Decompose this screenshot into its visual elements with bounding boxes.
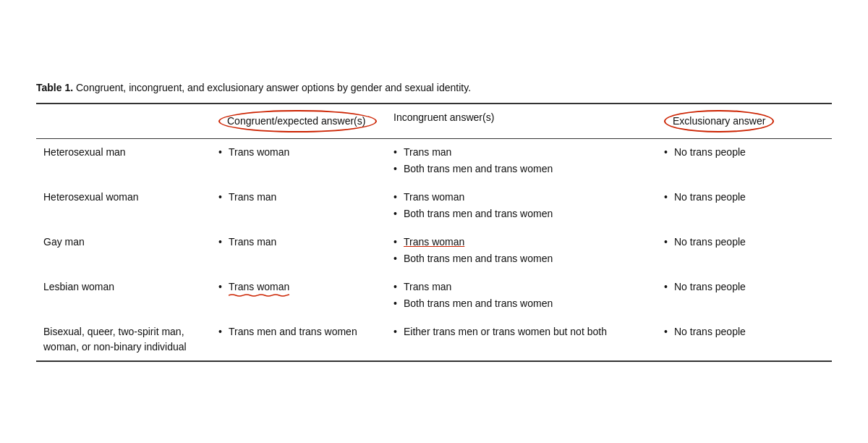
cell-exclusionary: No trans people bbox=[657, 184, 832, 229]
cell-incongruent: Either trans men or trans women but not … bbox=[386, 318, 657, 361]
cell-incongruent: Trans manBoth trans men and trans women bbox=[386, 139, 657, 185]
cell-congruent: Trans man bbox=[211, 184, 386, 229]
table-title: Table 1. Congruent, incongruent, and exc… bbox=[36, 81, 832, 96]
cell-identity: Heterosexual woman bbox=[36, 184, 211, 229]
header-incongruent: Incongruent answer(s) bbox=[386, 104, 657, 139]
list-item: Either trans men or trans women but not … bbox=[393, 324, 650, 339]
list-item: Trans woman bbox=[218, 145, 379, 160]
list-item: No trans people bbox=[664, 279, 825, 295]
list-item: No trans people bbox=[664, 145, 825, 160]
cell-exclusionary: No trans people bbox=[657, 229, 832, 274]
list-item: Trans men and trans women bbox=[218, 324, 379, 339]
cell-congruent: Trans woman bbox=[211, 139, 386, 185]
cell-incongruent: Trans womanBoth trans men and trans wome… bbox=[386, 229, 657, 274]
cell-identity: Lesbian woman bbox=[36, 274, 211, 318]
table-row: Gay manTrans manTrans womanBoth trans me… bbox=[36, 229, 832, 274]
cell-incongruent: Trans manBoth trans men and trans women bbox=[386, 274, 657, 318]
list-item: Trans man bbox=[393, 279, 650, 295]
list-item: Trans woman bbox=[218, 279, 379, 295]
list-item: Both trans men and trans women bbox=[393, 296, 650, 311]
cell-identity: Gay man bbox=[36, 229, 211, 274]
list-item: Trans man bbox=[218, 190, 379, 205]
list-item: Trans woman bbox=[393, 235, 650, 250]
title-text: Congruent, incongruent, and exclusionary… bbox=[73, 82, 471, 93]
list-item: Both trans men and trans women bbox=[393, 251, 650, 266]
header-row: Congruent/expected answer(s) Incongruent… bbox=[36, 104, 832, 139]
header-congruent: Congruent/expected answer(s) bbox=[211, 104, 386, 139]
cell-exclusionary: No trans people bbox=[657, 139, 832, 185]
cell-congruent: Trans men and trans women bbox=[211, 318, 386, 361]
table-container: Table 1. Congruent, incongruent, and exc… bbox=[36, 81, 832, 362]
cell-congruent: Trans man bbox=[211, 229, 386, 274]
title-prefix: Table 1. bbox=[36, 82, 73, 93]
exclusionary-circle-label: Exclusionary answer bbox=[664, 110, 774, 133]
cell-congruent: Trans woman bbox=[211, 274, 386, 318]
cell-exclusionary: No trans people bbox=[657, 318, 832, 361]
list-item: Trans woman bbox=[393, 190, 650, 205]
table-row: Heterosexual manTrans womanTrans manBoth… bbox=[36, 139, 832, 185]
table-row: Lesbian womanTrans womanTrans manBoth tr… bbox=[36, 274, 832, 318]
header-exclusionary: Exclusionary answer bbox=[657, 104, 832, 139]
list-item: No trans people bbox=[664, 235, 825, 250]
header-identity bbox=[36, 104, 211, 139]
list-item: Trans man bbox=[393, 145, 650, 160]
cell-identity: Bisexual, queer, two-spirit man, woman, … bbox=[36, 318, 211, 361]
squiggle-text: Trans woman bbox=[229, 279, 289, 295]
cell-incongruent: Trans womanBoth trans men and trans wome… bbox=[386, 184, 657, 229]
list-item: No trans people bbox=[664, 324, 825, 339]
cell-exclusionary: No trans people bbox=[657, 274, 832, 318]
table-row: Bisexual, queer, two-spirit man, woman, … bbox=[36, 318, 832, 361]
underline-text: Trans woman bbox=[404, 236, 464, 248]
congruent-circle-label: Congruent/expected answer(s) bbox=[218, 110, 377, 133]
list-item: No trans people bbox=[664, 190, 825, 205]
table-row: Heterosexual womanTrans manTrans womanBo… bbox=[36, 184, 832, 229]
list-item: Both trans men and trans women bbox=[393, 206, 650, 222]
list-item: Both trans men and trans women bbox=[393, 161, 650, 177]
cell-identity: Heterosexual man bbox=[36, 139, 211, 185]
main-table: Congruent/expected answer(s) Incongruent… bbox=[36, 103, 832, 363]
list-item: Trans man bbox=[218, 235, 379, 250]
